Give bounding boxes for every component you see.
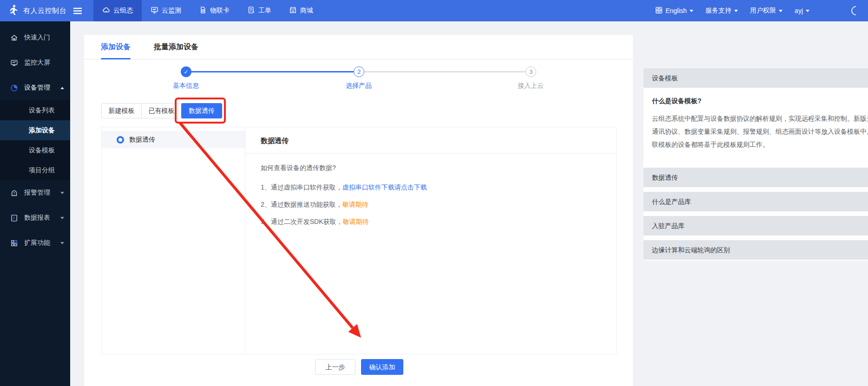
previous-step-button[interactable]: 上一步: [315, 359, 355, 375]
topnav-work-order[interactable]: 工单: [238, 0, 280, 21]
alarm-bell-icon: [10, 189, 18, 197]
support-menu[interactable]: 服务支持: [705, 7, 738, 15]
coming-soon-badge: 敬请期待: [342, 201, 368, 208]
topnav-iot-card[interactable]: 物联卡: [190, 0, 238, 21]
help-section-body: 什么是设备模板? 云组态系统中配置与设备数据协议的解析规则，实现远程采集和控制。…: [644, 88, 868, 163]
howto-item-3: 3、通过二次开发SDK获取，敬请期待: [261, 217, 601, 226]
step-connector-done: [191, 71, 354, 72]
globe-icon: [655, 7, 663, 15]
template-tab-passthrough[interactable]: 数据透传: [181, 103, 222, 118]
app-title: 有人云控制台: [23, 7, 66, 15]
report-icon: [10, 214, 18, 222]
cloud-icon: [102, 6, 110, 15]
permissions-menu[interactable]: 用户权限: [750, 7, 783, 15]
step-1-circle: ✓: [181, 66, 191, 77]
passthrough-panel: 数据透传 数据透传 如何查看设备的透传数据? 1、通过虚拟串口软件获取，虚拟串口…: [101, 127, 617, 354]
chevron-down-icon: [779, 10, 783, 12]
help-accordion: 设备模板 什么是设备模板? 云组态系统中配置与设备数据协议的解析规则，实现远程采…: [644, 68, 868, 261]
step-2-circle: 2: [354, 66, 364, 77]
language-selector[interactable]: English: [655, 7, 693, 15]
sidebar: 快速入门 监控大屏 设备管理 设备列表 添加设备 设备模板 项目分组 报警管理 …: [0, 21, 70, 386]
sidebar-item-device-list[interactable]: 设备列表: [0, 100, 70, 120]
hamburger-menu-icon[interactable]: [73, 7, 82, 14]
logo[interactable]: 有人云控制台: [0, 0, 89, 21]
help-answer: 云组态系统中配置与设备数据协议的解析规则，实现远程采集和控制。新版云服务将通讯协…: [652, 112, 868, 151]
main-area: 添加设备 批量添加设备 ✓ 2 3 基本信息 选择产品 接入上云 新建模板 已有…: [70, 21, 868, 386]
cutoff-avatar-icon: [849, 4, 862, 17]
monitor-chart-icon: [151, 6, 158, 15]
help-section-data-passthrough[interactable]: 数据透传: [644, 168, 868, 187]
add-device-card: 添加设备 批量添加设备 ✓ 2 3 基本信息 选择产品 接入上云 新建模板 已有…: [84, 35, 633, 386]
store-icon: [289, 6, 297, 15]
help-section-join-product-library[interactable]: 入驻产品库: [644, 216, 868, 236]
work-order-icon: [247, 6, 255, 15]
sidebar-item-project-group[interactable]: 项目分组: [0, 160, 70, 180]
sidebar-item-add-device[interactable]: 添加设备: [0, 120, 70, 140]
template-type-switch: 新建模板 已有模板 数据透传: [101, 103, 222, 118]
topbar: 有人云控制台 云组态 云监测 物联卡 工单 商城 English: [0, 0, 868, 21]
sim-card-icon: [199, 6, 207, 15]
option-data-passthrough[interactable]: 数据透传: [102, 131, 245, 148]
question-text: 如何查看设备的透传数据?: [261, 164, 601, 172]
sidebar-item-data-report[interactable]: 数据报表: [0, 205, 70, 230]
radio-selected-icon[interactable]: [117, 136, 124, 144]
grid-apps-icon: [10, 239, 18, 247]
tab-batch-add-device[interactable]: 批量添加设备: [154, 35, 198, 59]
user-menu[interactable]: ayj: [795, 7, 809, 14]
help-section-what-is-product-library[interactable]: 什么是产品库: [644, 192, 868, 211]
chevron-down-icon: [690, 10, 693, 12]
howto-item-2: 2、通过数据推送功能获取，敬请期待: [261, 200, 601, 209]
help-section-edge-vs-cloud-polling[interactable]: 边缘计算和云端轮询的区别: [644, 240, 868, 260]
stepper: ✓ 2 3 基本信息 选择产品 接入上云: [84, 59, 633, 104]
device-management-submenu: 设备列表 添加设备 设备模板 项目分组: [0, 100, 70, 180]
page-tabs: 添加设备 批量添加设备: [84, 35, 633, 59]
big-screen-icon: [10, 59, 18, 67]
tab-add-device[interactable]: 添加设备: [101, 35, 131, 59]
pie-chart-icon: [10, 84, 18, 92]
panel-detail: 数据透传 如何查看设备的透传数据? 1、通过虚拟串口软件获取，虚拟串口软件下载请…: [245, 127, 616, 354]
step-2-label: 选择产品: [331, 82, 387, 90]
chevron-down-icon: [806, 10, 809, 12]
chevron-up-icon: [60, 87, 64, 89]
sidebar-item-quick-start[interactable]: 快速入门: [0, 25, 70, 50]
chevron-down-icon: [60, 192, 64, 194]
sidebar-item-device-template[interactable]: 设备模板: [0, 140, 70, 160]
download-link[interactable]: 虚拟串口软件下载请点击下载: [342, 183, 427, 191]
sidebar-item-alarm-management[interactable]: 报警管理: [0, 180, 70, 205]
help-panel: 设备模板 什么是设备模板? 云组态系统中配置与设备数据协议的解析规则，实现远程采…: [644, 68, 868, 261]
topnav-cloud-monitor[interactable]: 云监测: [142, 0, 190, 21]
panel-body: 如何查看设备的透传数据? 1、通过虚拟串口软件获取，虚拟串口软件下载请点击下载 …: [245, 154, 616, 244]
topnav-cloud-scada[interactable]: 云组态: [93, 0, 142, 21]
template-tab-existing[interactable]: 已有模板: [141, 103, 182, 118]
step-1-label: 基本信息: [158, 82, 214, 90]
step-3-label: 接入上云: [503, 82, 559, 90]
help-section-device-template[interactable]: 设备模板: [644, 68, 868, 88]
template-tab-new[interactable]: 新建模板: [101, 103, 142, 118]
home-icon: [10, 34, 18, 42]
step-3-circle: 3: [526, 66, 536, 77]
sidebar-item-device-management[interactable]: 设备管理: [0, 75, 70, 100]
usr-person-logo-icon: [7, 4, 19, 17]
top-navigation: 云组态 云监测 物联卡 工单 商城: [93, 0, 322, 21]
coming-soon-badge: 敬请期待: [343, 218, 369, 225]
sidebar-item-extensions[interactable]: 扩展功能: [0, 230, 70, 255]
sidebar-item-dashboard[interactable]: 监控大屏: [0, 50, 70, 75]
chevron-down-icon: [60, 217, 64, 219]
chevron-down-icon: [60, 242, 64, 244]
topbar-right: English 服务支持 用户权限 ayj: [655, 0, 868, 21]
panel-title: 数据透传: [245, 127, 616, 154]
step-connector-pending: [364, 71, 526, 72]
confirm-add-button[interactable]: 确认添加: [361, 359, 403, 375]
panel-option-list: 数据透传: [102, 127, 245, 354]
help-question: 什么是设备模板?: [652, 97, 868, 105]
chevron-down-icon: [734, 10, 738, 12]
howto-item-1: 1、通过虚拟串口软件获取，虚拟串口软件下载请点击下载: [261, 183, 601, 192]
topnav-mall[interactable]: 商城: [280, 0, 322, 21]
